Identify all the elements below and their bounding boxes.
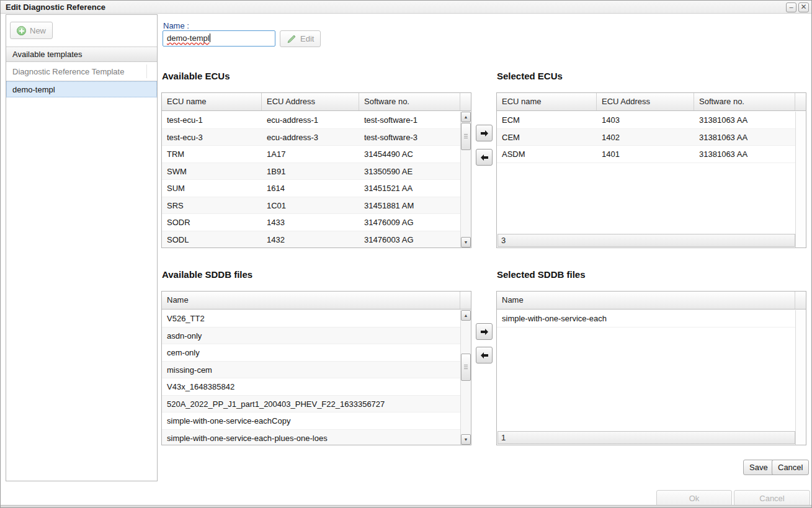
cancel-button[interactable]: Cancel (772, 460, 809, 475)
table-row[interactable]: asdn-only (162, 328, 460, 345)
table-row[interactable]: 520A_2022_PP_J1_part1_200403_PHEV_F22_16… (162, 396, 460, 413)
column-header[interactable]: Software no. (359, 93, 460, 110)
selected-sddb-table: Name simple-with-one-service-each 1 (496, 291, 806, 445)
column-header[interactable]: ECU name (497, 93, 597, 110)
scroll-thumb[interactable] (461, 123, 471, 150)
table-cell: 1401 (597, 146, 694, 163)
table-cell: 1B91 (262, 163, 359, 180)
save-button[interactable]: Save (743, 460, 774, 475)
selected-sddb-body: simple-with-one-service-each (497, 310, 795, 431)
window-title: Edit Diagnostic Reference (6, 1, 105, 14)
table-cell: 31454490 AC (359, 146, 460, 163)
table-row[interactable]: ECM140331381063 AA (497, 112, 795, 129)
close-button[interactable]: ✕ (798, 2, 809, 12)
text-caret (210, 33, 210, 42)
table-cell: V43x_1648385842 (162, 378, 460, 395)
table-cell: 1432 (262, 231, 359, 248)
move-ecu-left-button[interactable] (476, 149, 493, 166)
table-cell: test-software-3 (359, 129, 460, 146)
table-row[interactable]: simple-with-one-service-each (497, 310, 795, 328)
table-cell: ecu-address-1 (262, 112, 359, 128)
header-spacer (795, 93, 806, 110)
vertical-scrollbar[interactable] (795, 112, 806, 247)
template-list-item-selected[interactable]: demo-templ (6, 81, 157, 97)
table-row[interactable]: missing-cem (162, 362, 460, 379)
table-header-row: ECU nameECU AddressSoftware no. (497, 93, 806, 111)
available-sddb-body: V526_TT2asdn-onlycem-onlymissing-cemV43x… (162, 310, 460, 445)
table-cell: SODL (162, 231, 262, 248)
templates-panel: New Available templates Diagnostic Refer… (6, 14, 158, 481)
table-row[interactable]: ASDM140131381063 AA (497, 146, 795, 163)
table-row[interactable]: TRM1A1731454490 AC (162, 146, 460, 163)
column-header[interactable]: Name (497, 292, 795, 309)
scroll-up-button[interactable]: ▲ (461, 112, 471, 122)
table-row[interactable]: test-ecu-1ecu-address-1test-software-1 (162, 112, 460, 129)
table-cell: SWM (162, 163, 262, 180)
table-row[interactable]: simple-with-one-service-eachCopy (162, 412, 460, 430)
ok-button[interactable]: Ok (656, 490, 732, 506)
table-cell: simple-with-one-service-each-plues-one-l… (162, 430, 460, 445)
table-cell: SODR (162, 214, 262, 231)
edit-button[interactable]: Edit (280, 30, 321, 47)
move-ecu-right-button[interactable] (476, 125, 493, 141)
table-header-row: ECU nameECU AddressSoftware no. (162, 93, 471, 111)
vertical-scrollbar[interactable]: ▲ ▼ (460, 310, 471, 445)
table-cell: 520A_2022_PP_J1_part1_200403_PHEV_F22_16… (162, 396, 460, 412)
table-cell: 1A17 (262, 146, 359, 163)
column-header[interactable]: ECU name (162, 93, 262, 110)
header-spacer (795, 292, 806, 309)
selected-sddb-count: 1 (497, 431, 795, 444)
template-column-header[interactable]: Diagnostic Reference Template (6, 62, 157, 81)
header-spacer (460, 93, 471, 110)
available-templates-header: Available templates (6, 47, 157, 62)
table-row[interactable]: simple-with-one-service-each-plues-one-l… (162, 430, 460, 445)
selected-ecus-body: ECM140331381063 AACEM140231381063 AAASDM… (497, 112, 795, 234)
header-spacer (460, 292, 471, 309)
table-row[interactable]: V526_TT2 (162, 310, 460, 328)
selected-sddb-title: Selected SDDB files (497, 269, 586, 280)
table-row[interactable]: SODL143231476003 AG (162, 231, 460, 248)
table-row[interactable]: SODR143331476009 AG (162, 214, 460, 231)
table-cell: simple-with-one-service-eachCopy (162, 412, 460, 429)
move-sddb-right-button[interactable] (476, 323, 493, 340)
column-header[interactable]: ECU Address (597, 93, 694, 110)
table-cell: 31381063 AA (694, 112, 795, 128)
title-bar: Edit Diagnostic Reference – ✕ (1, 1, 811, 14)
table-cell: simple-with-one-service-each (497, 310, 795, 327)
table-row[interactable]: cem-only (162, 344, 460, 362)
vertical-scrollbar[interactable]: ▲ ▼ (460, 112, 471, 247)
column-divider (146, 65, 147, 78)
vertical-scrollbar[interactable] (795, 310, 806, 445)
minimize-button[interactable]: – (786, 2, 796, 12)
column-header[interactable]: Software no. (694, 93, 795, 110)
table-cell: 1433 (262, 214, 359, 231)
table-row[interactable]: SWM1B9131350590 AE (162, 163, 460, 180)
column-header[interactable]: Name (162, 292, 460, 309)
arrow-left-icon (480, 350, 489, 360)
table-cell: ecu-address-3 (262, 129, 359, 146)
move-sddb-left-button[interactable] (476, 347, 493, 363)
scroll-down-button[interactable]: ▼ (461, 237, 471, 247)
table-cell: TRM (162, 146, 262, 163)
table-cell: V526_TT2 (162, 310, 460, 327)
table-row[interactable]: CEM140231381063 AA (497, 129, 795, 146)
selected-ecus-count: 3 (497, 234, 795, 247)
new-template-button[interactable]: New (10, 22, 53, 39)
window-bottom-edge (1, 505, 811, 507)
table-cell: test-ecu-1 (162, 112, 262, 128)
name-input[interactable]: demo-templ (163, 30, 275, 47)
column-header[interactable]: ECU Address (262, 93, 359, 110)
cancel-bottom-button[interactable]: Cancel (734, 490, 810, 506)
table-cell: CEM (497, 129, 597, 146)
table-row[interactable]: SUM161431451521 AA (162, 180, 460, 197)
table-row[interactable]: test-ecu-3ecu-address-3test-software-3 (162, 129, 460, 146)
table-cell: SUM (162, 180, 262, 197)
scroll-down-button[interactable]: ▼ (461, 434, 471, 445)
table-row[interactable]: SRS1C0131451881 AM (162, 197, 460, 215)
table-cell: cem-only (162, 344, 460, 361)
table-header-row: Name (162, 292, 471, 310)
scroll-up-button[interactable]: ▲ (461, 310, 471, 321)
table-cell: 1402 (597, 129, 694, 146)
scroll-thumb[interactable] (461, 354, 471, 381)
table-row[interactable]: V43x_1648385842 (162, 378, 460, 396)
